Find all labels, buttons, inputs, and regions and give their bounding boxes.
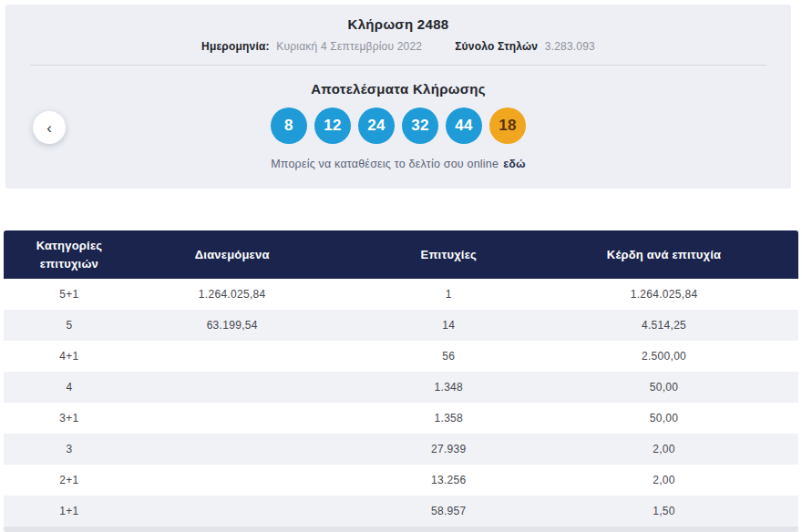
cell-prize: 50,00 <box>568 412 798 425</box>
table-bottom-bar <box>4 527 798 532</box>
cell-winners: 13.256 <box>330 474 569 486</box>
table-row: 2+113.2562,00 <box>4 465 798 496</box>
header-winners: Επιτυχίες <box>330 248 569 261</box>
header-distributed: Διανεμόμενα <box>135 248 330 261</box>
chevron-left-icon: ‹ <box>46 120 52 136</box>
cell-prize: 1,50 <box>568 505 798 517</box>
page-title: Κλήρωση 2488 <box>5 5 791 32</box>
cell-category: 1+1 <box>4 505 135 517</box>
drawn-number-ball: 8 <box>271 107 307 144</box>
header-prize: Κέρδη ανά επιτυχία <box>568 248 798 261</box>
cell-category: 5+1 <box>4 288 135 301</box>
cell-prize: 4.514,25 <box>568 319 798 332</box>
cell-winners: 1.358 <box>330 412 569 425</box>
cell-distributed: 63.199,54 <box>135 319 330 332</box>
cell-prize: 2,00 <box>568 443 798 455</box>
results-table-body: 5+11.264.025,8411.264.025,84563.199,5414… <box>4 279 798 527</box>
cell-prize: 2.500,00 <box>568 350 798 363</box>
total-columns: Σύνολο Στηλών 3.283.093 <box>455 40 595 53</box>
table-row: 3+11.35850,00 <box>4 403 798 434</box>
cell-winners: 1.348 <box>330 381 569 394</box>
previous-draw-button[interactable]: ‹ <box>33 111 66 144</box>
draw-date: Ημερομηνία: Κυριακή 4 Σεπτεμβρίου 2022 <box>201 40 422 53</box>
draw-meta: Ημερομηνία: Κυριακή 4 Σεπτεμβρίου 2022 Σ… <box>5 40 791 53</box>
drawn-number-ball: 12 <box>314 107 351 144</box>
table-row: 5+11.264.025,8411.264.025,84 <box>4 279 798 310</box>
drawn-numbers: 81224324418 <box>5 107 791 144</box>
cell-category: 5 <box>4 319 135 332</box>
cell-winners: 1 <box>330 288 569 301</box>
cell-category: 4+1 <box>4 350 135 363</box>
deposit-text: Μπορείς να καταθέσεις το δελτίο σου onli… <box>271 158 499 170</box>
columns-label: Σύνολο Στηλών <box>455 40 538 53</box>
cell-category: 2+1 <box>4 474 135 486</box>
cell-winners: 27.939 <box>330 443 569 455</box>
cell-distributed: 1.264.025,84 <box>135 288 330 301</box>
cell-prize: 1.264.025,84 <box>568 288 798 301</box>
table-row: 1+158.9571,50 <box>4 496 798 527</box>
cell-category: 3+1 <box>4 412 135 425</box>
columns-value: 3.283.093 <box>545 40 595 53</box>
table-row: 4+1562.500,00 <box>4 341 798 372</box>
table-header-row: Κατηγορίες επιτυχιών Διανεμόμενα Επιτυχί… <box>4 230 798 279</box>
date-label: Ημερομηνία: <box>201 40 270 53</box>
results-title: Αποτελέσματα Κλήρωσης <box>5 81 791 97</box>
table-row: 563.199,54144.514,25 <box>4 310 798 341</box>
bonus-number-ball: 18 <box>489 107 526 144</box>
divider <box>30 65 766 66</box>
results-table: Κατηγορίες επιτυχιών Διανεμόμενα Επιτυχί… <box>4 230 798 532</box>
cell-winners: 14 <box>330 319 569 332</box>
drawn-number-ball: 32 <box>402 107 438 144</box>
cell-category: 3 <box>4 443 135 455</box>
cell-category: 4 <box>4 381 135 394</box>
drawn-number-ball: 24 <box>358 107 395 144</box>
drawn-number-ball: 44 <box>446 107 482 144</box>
date-value: Κυριακή 4 Σεπτεμβρίου 2022 <box>276 40 422 53</box>
table-row: 41.34850,00 <box>4 372 798 403</box>
cell-prize: 2,00 <box>568 474 798 486</box>
cell-prize: 50,00 <box>568 381 798 394</box>
draw-summary-panel: Κλήρωση 2488 Ημερομηνία: Κυριακή 4 Σεπτε… <box>5 5 791 189</box>
cell-winners: 56 <box>330 350 569 363</box>
table-row: 327.9392,00 <box>4 434 798 465</box>
deposit-hint: Μπορείς να καταθέσεις το δελτίο σου onli… <box>5 158 791 170</box>
cell-winners: 58.957 <box>330 505 569 517</box>
deposit-link[interactable]: εδώ <box>503 158 526 170</box>
header-categories: Κατηγορίες επιτυχιών <box>4 237 135 272</box>
